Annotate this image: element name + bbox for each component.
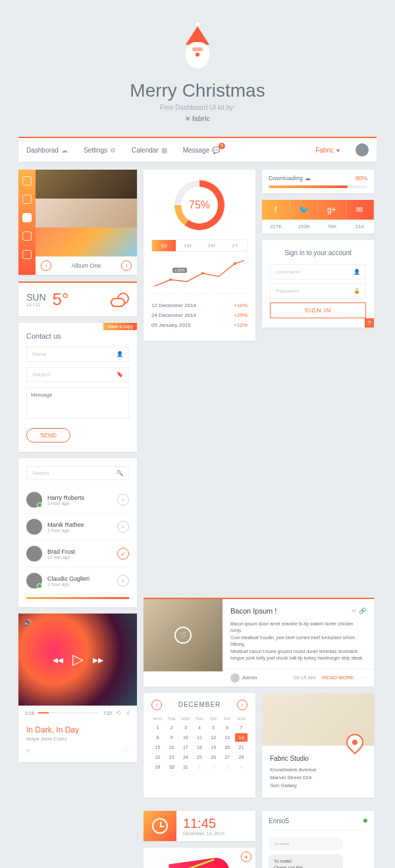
calendar-day[interactable]: 12: [207, 733, 220, 742]
scissors-icon[interactable]: ✂: [352, 608, 357, 614]
facebook-icon[interactable]: f: [262, 200, 290, 220]
contact-title: Contact us: [26, 332, 129, 340]
calendar-day[interactable]: 10: [179, 733, 192, 742]
calendar-day[interactable]: 9: [165, 733, 178, 742]
mail-icon[interactable]: ✉: [346, 200, 375, 220]
calendar-day[interactable]: 29: [151, 763, 164, 771]
calendar-day[interactable]: 17: [179, 743, 192, 752]
sliders-icon: ⚙: [110, 147, 116, 154]
password-input[interactable]: Password🔒: [270, 283, 366, 299]
signin-button[interactable]: SIGN IN: [270, 302, 366, 318]
cloud-icon: ☁: [61, 147, 68, 154]
calendar-day[interactable]: 26: [207, 753, 220, 761]
player-seek-bar[interactable]: [38, 712, 99, 713]
nav-dashboard[interactable]: Dashborad☁: [26, 147, 68, 154]
weather-card: SUN14 / 12 5°: [18, 281, 137, 316]
user-avatar[interactable]: [356, 143, 369, 157]
user-icon: 👤: [117, 351, 123, 357]
more-menu-icon[interactable]: ⋯: [361, 675, 366, 681]
calendar-day[interactable]: 1: [151, 723, 164, 732]
name-input[interactable]: Name👤: [26, 347, 129, 362]
calendar-day[interactable]: 7: [235, 723, 248, 732]
calendar-day[interactable]: 4: [193, 723, 205, 732]
calendar-day[interactable]: 15: [151, 743, 164, 752]
calendar-day[interactable]: 19: [207, 743, 220, 752]
calendar-day[interactable]: 24: [179, 753, 192, 761]
tab-1d[interactable]: 1D: [152, 240, 176, 251]
calendar-day[interactable]: 21: [235, 743, 248, 752]
author-avatar: [230, 673, 240, 683]
calendar-day[interactable]: 8: [151, 733, 164, 742]
calendar-day[interactable]: 25: [193, 753, 205, 761]
link-icon[interactable]: 🔗: [359, 608, 366, 614]
calendar-day[interactable]: 16: [165, 743, 178, 752]
twitter-icon[interactable]: 🐦: [290, 200, 319, 220]
progress-card: 75% 1D 1W 1M 1Y +15% 12 December 2014+10…: [144, 170, 255, 341]
pin-icon[interactable]: [22, 250, 32, 259]
send-button[interactable]: SEND: [26, 428, 70, 443]
tab-1m[interactable]: 1M: [199, 240, 223, 251]
signin-title: Sign in to your account: [270, 249, 366, 256]
player-next-button[interactable]: ▸▸: [93, 654, 103, 666]
chart-tooltip: +15%: [172, 268, 187, 273]
calendar-next-button[interactable]: ›: [237, 700, 248, 710]
subject-input[interactable]: Subject🔖: [26, 367, 129, 382]
tab-1y[interactable]: 1Y: [223, 240, 247, 251]
help-button[interactable]: ?: [365, 318, 374, 327]
volume-icon[interactable]: 🔊: [24, 619, 32, 626]
gallery-card: ‹ Album One ›: [18, 170, 137, 275]
gallery-sidebar: [18, 170, 36, 275]
calendar-day[interactable]: 5: [207, 723, 220, 732]
tab-1w[interactable]: 1W: [176, 240, 199, 251]
gallery-image-3[interactable]: [36, 228, 137, 256]
mail-count: 21K: [346, 224, 375, 229]
calendar-day[interactable]: 18: [193, 743, 205, 752]
calendar-day[interactable]: 22: [151, 753, 164, 761]
tw-count: 153K: [290, 224, 319, 229]
calendar-day[interactable]: 30: [165, 763, 178, 771]
line-chart: +15%: [151, 257, 248, 294]
player-play-button[interactable]: ▷: [72, 651, 84, 668]
calendar-day[interactable]: 28: [235, 753, 248, 761]
calendar-day[interactable]: 20: [221, 743, 234, 752]
calendar-day[interactable]: 31: [179, 763, 192, 771]
user-icon[interactable]: [22, 195, 32, 204]
blog-like-button[interactable]: ♡: [174, 627, 192, 644]
gp-count: 76K: [318, 224, 346, 229]
person-avatar: [26, 492, 42, 508]
calendar-day[interactable]: 6: [221, 723, 234, 732]
calendar-day[interactable]: 11: [193, 733, 205, 742]
calendar-day[interactable]: 13: [221, 733, 234, 742]
calendar-day[interactable]: 23: [165, 753, 178, 761]
bell-icon[interactable]: [22, 176, 32, 185]
gallery-image-1[interactable]: [36, 170, 137, 199]
bookmark-icon: 🔖: [117, 372, 123, 377]
nav-settings[interactable]: Settings⚙: [84, 147, 116, 154]
message-textarea[interactable]: [26, 387, 129, 419]
nav-calendar[interactable]: Calendar▦: [132, 147, 167, 154]
player-prev-button[interactable]: ◂◂: [53, 654, 63, 666]
nav-message[interactable]: Message💬5: [183, 147, 221, 154]
social-card: f 🐦 g+ ✉ 227K 153K 76K 21K: [262, 200, 374, 233]
camera-icon[interactable]: [22, 213, 32, 222]
googleplus-icon[interactable]: g+: [318, 200, 346, 220]
calendar-day[interactable]: 27: [221, 753, 234, 761]
gallery-image-2[interactable]: [36, 199, 137, 228]
calendar-prev-button[interactable]: ‹: [151, 700, 162, 710]
save-copy-tag[interactable]: Save a copy: [103, 323, 137, 330]
calendar-day[interactable]: 14: [235, 733, 248, 742]
calendar-day[interactable]: 3: [179, 723, 192, 732]
nav-user-dropdown[interactable]: Fabric▾: [315, 147, 340, 154]
read-more-link[interactable]: READ MORE: [323, 675, 354, 681]
page-title: Merry Christmas: [18, 80, 377, 101]
heart-icon[interactable]: [22, 231, 32, 241]
download-pct: 80%: [356, 175, 367, 181]
progress-circle: 75%: [174, 180, 224, 230]
download-card: Downloading ☁80%: [262, 170, 374, 193]
add-to-cart-button[interactable]: +: [241, 852, 251, 862]
map-image[interactable]: [262, 693, 374, 746]
gallery-next-button[interactable]: ›: [121, 260, 132, 271]
calendar-day[interactable]: 2: [165, 723, 178, 732]
gallery-prev-button[interactable]: ‹: [41, 260, 51, 271]
username-input[interactable]: Username👤: [270, 264, 366, 279]
